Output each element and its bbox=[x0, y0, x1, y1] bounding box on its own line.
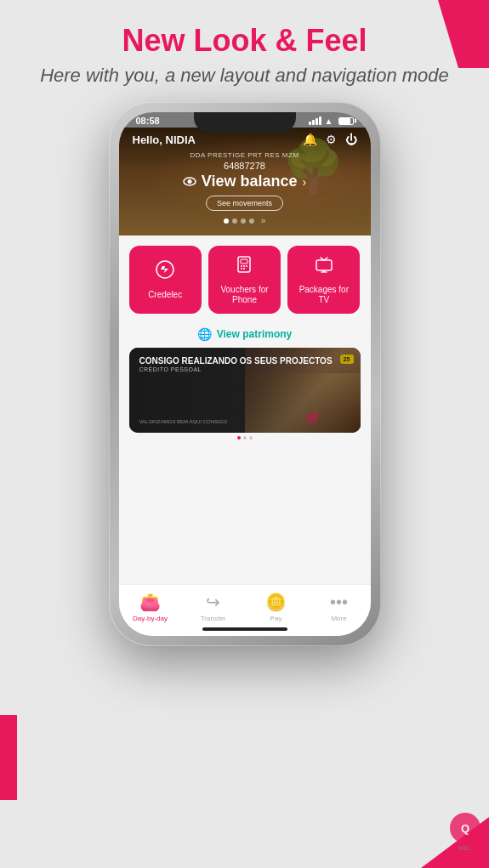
phone-inner: 08:58 ▲ 🌳 bbox=[119, 112, 371, 636]
banner-subtitle: CRÉDITO PESSOAL bbox=[139, 366, 350, 372]
banner-dot-1[interactable] bbox=[237, 436, 241, 440]
subtitle: Here with you, a new layout and navigati… bbox=[40, 63, 449, 89]
banner-dot-3[interactable] bbox=[249, 436, 253, 440]
carousel-arrow-icon: » bbox=[261, 216, 266, 225]
carousel-dots: » bbox=[133, 216, 357, 225]
see-movements-button[interactable]: See movements bbox=[206, 196, 283, 211]
hero-section: 🌳 Hello, NIDIA 🔔 ⚙ ⏻ DDA PRESTIGE PRT RE… bbox=[119, 128, 371, 235]
nav-day-by-day-label: Day-by-day bbox=[133, 615, 168, 622]
banner-section: CONSIGO REALIZANDO OS SEUS PROJECTOS CRÉ… bbox=[119, 348, 371, 446]
nav-transfer-icon: ↪ bbox=[206, 592, 220, 612]
banner-left: CONSIGO REALIZANDO OS SEUS PROJECTOS CRÉ… bbox=[129, 348, 361, 433]
carousel-dot-2[interactable] bbox=[232, 218, 237, 224]
view-balance-row: View balance › bbox=[133, 173, 357, 190]
svg-rect-4 bbox=[241, 259, 247, 264]
carousel-dot-4[interactable] bbox=[249, 218, 254, 224]
banner-title: CONSIGO REALIZANDO OS SEUS PROJECTOS bbox=[139, 356, 350, 366]
view-balance-text[interactable]: View balance bbox=[202, 173, 298, 190]
battery-icon bbox=[338, 117, 354, 125]
power-icon[interactable]: ⏻ bbox=[345, 133, 357, 146]
nav-pay-icon: 🪙 bbox=[265, 592, 287, 612]
eye-icon bbox=[183, 177, 196, 186]
hero-content: Hello, NIDIA 🔔 ⚙ ⏻ DDA PRESTIGE PRT RES … bbox=[133, 133, 357, 225]
home-indicator bbox=[202, 627, 287, 631]
hello-bar: Hello, NIDIA 🔔 ⚙ ⏻ bbox=[133, 133, 357, 146]
svg-point-7 bbox=[246, 265, 247, 267]
header-section: New Look & Feel Here with you, a new lay… bbox=[40, 24, 449, 88]
carousel-arrows: » bbox=[261, 216, 266, 225]
svg-point-9 bbox=[243, 268, 245, 269]
banner-bottom-text: VALORIZAMOS BEM AQUI CONSIGO bbox=[139, 419, 350, 424]
patrimony-row[interactable]: 🌐 View patrimony bbox=[119, 321, 371, 348]
credelec-label: Credelec bbox=[148, 290, 182, 300]
patrimony-icon: 🌐 bbox=[197, 327, 212, 341]
greeting-text: Hello, NIDIA bbox=[133, 133, 196, 146]
banner-carousel-dots bbox=[129, 436, 361, 440]
signal-bars-icon bbox=[309, 116, 321, 125]
main-title: New Look & Feel bbox=[40, 24, 449, 58]
packages-tv-icon bbox=[314, 254, 334, 280]
promotional-banner[interactable]: CONSIGO REALIZANDO OS SEUS PROJECTOS CRÉ… bbox=[129, 348, 361, 433]
nav-transfer-label: Transfer bbox=[201, 615, 226, 622]
nav-transfer[interactable]: ↪ Transfer bbox=[182, 592, 245, 622]
packages-tv-card[interactable]: Packages for TV bbox=[287, 246, 360, 314]
phone-mockup: 08:58 ▲ 🌳 bbox=[109, 102, 381, 646]
nav-pay-label: Pay bbox=[270, 615, 282, 622]
vouchers-card[interactable]: Vouchers for Phone bbox=[208, 246, 281, 314]
status-icons: ▲ bbox=[309, 116, 354, 126]
vouchers-label: Vouchers for Phone bbox=[215, 285, 274, 305]
watermark: Q NBL bbox=[450, 813, 480, 851]
account-label: DDA PRESTIGE PRT RES MZM bbox=[133, 151, 357, 159]
credelec-icon bbox=[155, 259, 175, 285]
vouchers-icon bbox=[234, 254, 254, 280]
wifi-icon: ▲ bbox=[325, 116, 333, 126]
svg-point-6 bbox=[243, 265, 245, 267]
svg-point-1 bbox=[187, 179, 191, 184]
svg-point-5 bbox=[241, 265, 242, 267]
nav-more-label: More bbox=[331, 615, 346, 622]
svg-rect-10 bbox=[316, 260, 332, 270]
carousel-dot-1[interactable] bbox=[224, 218, 229, 224]
nav-more[interactable]: ••• More bbox=[308, 593, 371, 622]
nav-day-by-day-icon: 👛 bbox=[139, 592, 161, 612]
carousel-dot-3[interactable] bbox=[241, 218, 246, 224]
nav-pay[interactable]: 🪙 Pay bbox=[245, 592, 308, 622]
svg-point-8 bbox=[241, 268, 242, 269]
hero-action-icons: 🔔 ⚙ ⏻ bbox=[303, 133, 357, 146]
patrimony-label: View patrimony bbox=[217, 328, 292, 340]
nav-more-icon: ••• bbox=[330, 593, 348, 612]
quick-actions: Credelec Vouchers f bbox=[119, 235, 371, 321]
notification-icon[interactable]: 🔔 bbox=[303, 133, 317, 146]
chevron-right-icon: › bbox=[303, 175, 307, 189]
phone-notch bbox=[194, 112, 296, 133]
bg-decoration-bottom-left bbox=[0, 715, 17, 800]
status-time: 08:58 bbox=[136, 116, 160, 126]
settings-icon[interactable]: ⚙ bbox=[326, 133, 337, 146]
phone-outer: 08:58 ▲ 🌳 bbox=[109, 102, 381, 646]
account-number: 64887278 bbox=[133, 161, 357, 171]
banner-dot-2[interactable] bbox=[243, 436, 247, 440]
packages-tv-label: Packages for TV bbox=[294, 285, 353, 305]
bottom-navigation: 👛 Day-by-day ↪ Transfer 🪙 Pay ••• More bbox=[119, 584, 371, 636]
nav-day-by-day[interactable]: 👛 Day-by-day bbox=[119, 592, 182, 622]
credelec-card[interactable]: Credelec bbox=[129, 246, 202, 314]
